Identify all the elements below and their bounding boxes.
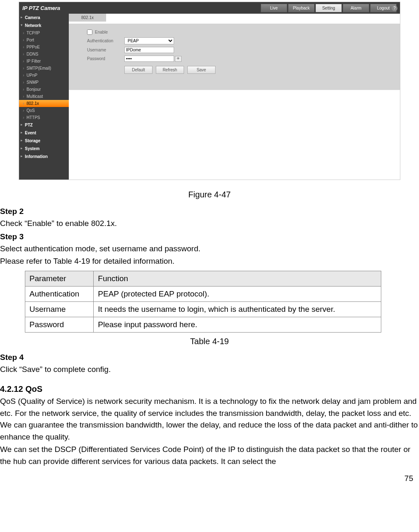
row-auth: Authentication PEAP	[75, 37, 393, 44]
table-row: Password Please input password here.	[25, 317, 381, 332]
sidebar-item-smtp[interactable]: SMTP(Email)	[19, 65, 69, 72]
document-body: Figure 4-47 Step 2 Check “Enable” to ena…	[0, 190, 419, 486]
td-param: Password	[25, 317, 94, 332]
sidebar-item-pppoe[interactable]: PPPoE	[19, 44, 69, 51]
button-row: Default Refresh Save	[124, 66, 393, 74]
content-area: 802.1x ? Enable Authentication PEAP User…	[69, 14, 400, 180]
step3-line2: Please refer to Table 4-19 for detailed …	[0, 255, 419, 267]
section-heading-qos: 4.2.12 QoS	[0, 384, 419, 394]
password-input[interactable]	[124, 56, 174, 62]
qos-paragraph-1: QoS (Quality of Service) is network secu…	[0, 396, 419, 443]
parameter-table: Parameter Function Authentication PEAP (…	[25, 271, 381, 333]
tab-setting[interactable]: Setting	[315, 4, 342, 12]
username-label: Username	[87, 48, 124, 52]
step4-heading: Step 4	[0, 353, 419, 362]
top-bar: IP PTZ Camera Live Playback Setting Alar…	[19, 2, 400, 14]
sidebar-item-multicast[interactable]: Multicast	[19, 93, 69, 100]
username-input[interactable]	[124, 47, 174, 53]
row-username: Username	[75, 47, 393, 53]
auth-label: Authentication	[87, 39, 124, 43]
sidebar-item-qos[interactable]: QoS	[19, 107, 69, 114]
table-header-row: Parameter Function	[25, 271, 381, 286]
sidebar-cat-network[interactable]: Network	[19, 22, 69, 29]
step3-heading: Step 3	[0, 232, 419, 241]
content-tab-8021x[interactable]: 802.1x	[69, 14, 106, 22]
password-reveal-icon[interactable]: 👁	[175, 56, 182, 62]
sidebar-item-ipfilter[interactable]: IP Filter	[19, 58, 69, 65]
row-password: Password 👁	[75, 56, 393, 62]
td-func: Please input password here.	[94, 317, 381, 332]
page-number: 75	[0, 468, 419, 486]
table-caption: Table 4-19	[0, 337, 419, 346]
th-parameter: Parameter	[25, 271, 94, 286]
sidebar-cat-ptz[interactable]: PTZ	[19, 121, 69, 129]
default-button[interactable]: Default	[124, 66, 153, 74]
tab-playback[interactable]: Playback	[288, 4, 315, 12]
product-logo: IP PTZ Camera	[22, 5, 60, 11]
enable-checkbox[interactable]	[87, 29, 92, 35]
sidebar-item-bonjour[interactable]: Bonjour	[19, 86, 69, 93]
sidebar-item-ddns[interactable]: DDNS	[19, 51, 69, 58]
sidebar-item-upnp[interactable]: UPnP	[19, 72, 69, 79]
step3-line1: Select authentication mode, set username…	[0, 243, 419, 255]
td-param: Authentication	[25, 286, 94, 301]
step2-heading: Step 2	[0, 207, 419, 216]
td-param: Username	[25, 301, 94, 317]
enable-label: Enable	[95, 30, 108, 34]
td-func: It needs the username to login, which is…	[94, 301, 381, 317]
form-panel: Enable Authentication PEAP Username Pass…	[69, 24, 400, 90]
step2-text: Check “Enable” to enable 802.1x.	[0, 218, 419, 230]
sidebar-cat-event[interactable]: Event	[19, 129, 69, 137]
tab-alarm[interactable]: Alarm	[343, 4, 369, 12]
save-button[interactable]: Save	[187, 66, 216, 74]
sidebar-cat-camera[interactable]: Camera	[19, 14, 69, 22]
sidebar-cat-system[interactable]: System	[19, 145, 69, 153]
qos-paragraph-2: We can set the DSCP (Differentiated Serv…	[0, 444, 419, 467]
screenshot-body: Camera Network TCP/IP Port PPPoE DDNS IP…	[19, 14, 400, 180]
step4-text: Click “Save” to complete config.	[0, 364, 419, 376]
row-enable: Enable	[75, 29, 393, 35]
th-function: Function	[94, 271, 381, 286]
refresh-button[interactable]: Refresh	[156, 66, 184, 74]
help-icon[interactable]: ?	[392, 5, 397, 11]
sidebar-item-port[interactable]: Port	[19, 36, 69, 44]
tab-live[interactable]: Live	[261, 4, 287, 12]
figure-caption: Figure 4-47	[0, 190, 419, 199]
sidebar-cat-information[interactable]: Information	[19, 153, 69, 160]
camera-ui-screenshot: IP PTZ Camera Live Playback Setting Alar…	[19, 2, 400, 180]
password-label: Password	[87, 56, 124, 61]
sidebar-item-https[interactable]: HTTPS	[19, 114, 69, 121]
table-row: Authentication PEAP (protected EAP proto…	[25, 286, 381, 301]
sidebar-item-tcpip[interactable]: TCP/IP	[19, 29, 69, 36]
auth-select[interactable]: PEAP	[124, 37, 174, 44]
sidebar-item-snmp[interactable]: SNMP	[19, 79, 69, 86]
sidebar-cat-storage[interactable]: Storage	[19, 137, 69, 145]
sidebar-item-8021x[interactable]: 802.1x	[19, 100, 69, 107]
td-func: PEAP (protected EAP protocol).	[94, 286, 381, 301]
sidebar: Camera Network TCP/IP Port PPPoE DDNS IP…	[19, 14, 69, 180]
top-tabs: Live Playback Setting Alarm Logout	[261, 4, 397, 12]
table-row: Username It needs the username to login,…	[25, 301, 381, 317]
